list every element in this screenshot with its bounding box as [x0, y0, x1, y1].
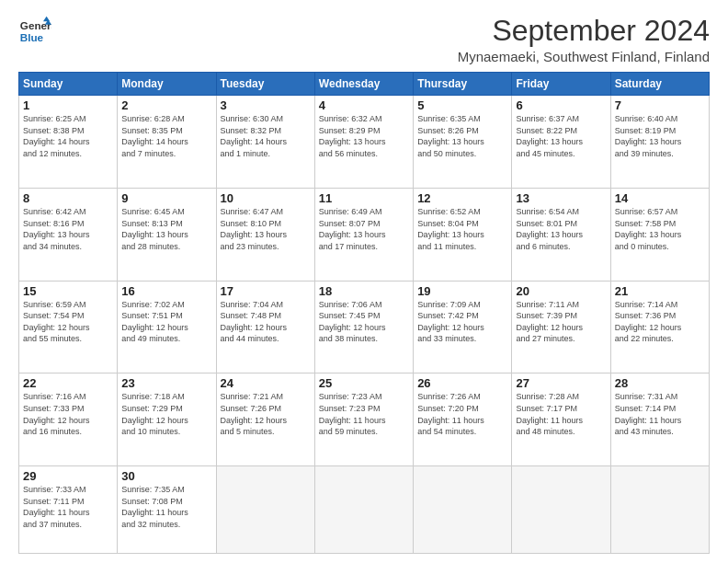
day-number: 15 — [23, 284, 113, 298]
day-number: 23 — [121, 376, 211, 390]
calendar-week-row: 1Sunrise: 6:25 AM Sunset: 8:38 PM Daylig… — [19, 96, 710, 189]
day-info: Sunrise: 7:28 AM Sunset: 7:17 PM Dayligh… — [516, 391, 606, 437]
table-row: 14Sunrise: 6:57 AM Sunset: 7:58 PM Dayli… — [610, 188, 709, 281]
day-info: Sunrise: 6:45 AM Sunset: 8:13 PM Dayligh… — [121, 206, 211, 252]
table-row — [216, 466, 314, 554]
table-row: 13Sunrise: 6:54 AM Sunset: 8:01 PM Dayli… — [512, 188, 610, 281]
day-number: 21 — [615, 284, 705, 298]
col-friday: Friday — [512, 73, 610, 96]
table-row: 6Sunrise: 6:37 AM Sunset: 8:22 PM Daylig… — [512, 96, 610, 189]
day-number: 6 — [516, 98, 606, 112]
day-info: Sunrise: 7:02 AM Sunset: 7:51 PM Dayligh… — [121, 299, 211, 345]
day-number: 9 — [121, 191, 211, 205]
page: General Blue September 2024 Mynaemaeki, … — [0, 0, 728, 563]
logo-icon: General Blue — [18, 15, 51, 48]
day-number: 16 — [121, 284, 211, 298]
calendar-week-row: 22Sunrise: 7:16 AM Sunset: 7:33 PM Dayli… — [19, 373, 710, 466]
day-number: 24 — [221, 376, 311, 390]
day-info: Sunrise: 7:04 AM Sunset: 7:48 PM Dayligh… — [221, 299, 311, 345]
day-number: 27 — [516, 376, 606, 390]
table-row: 21Sunrise: 7:14 AM Sunset: 7:36 PM Dayli… — [610, 281, 709, 373]
table-row — [314, 466, 413, 554]
day-info: Sunrise: 6:52 AM Sunset: 8:04 PM Dayligh… — [417, 206, 507, 252]
col-monday: Monday — [118, 73, 216, 96]
day-number: 19 — [417, 284, 507, 298]
table-row — [610, 466, 709, 554]
day-info: Sunrise: 6:49 AM Sunset: 8:07 PM Dayligh… — [319, 206, 409, 252]
day-number: 10 — [221, 191, 311, 205]
table-row: 30Sunrise: 7:35 AM Sunset: 7:08 PM Dayli… — [118, 466, 216, 554]
day-number: 25 — [319, 376, 409, 390]
day-number: 17 — [221, 284, 311, 298]
table-row: 11Sunrise: 6:49 AM Sunset: 8:07 PM Dayli… — [314, 188, 413, 281]
table-row: 18Sunrise: 7:06 AM Sunset: 7:45 PM Dayli… — [314, 281, 413, 373]
col-saturday: Saturday — [610, 73, 709, 96]
table-row: 3Sunrise: 6:30 AM Sunset: 8:32 PM Daylig… — [216, 96, 314, 189]
day-number: 3 — [221, 98, 311, 112]
day-info: Sunrise: 6:32 AM Sunset: 8:29 PM Dayligh… — [319, 113, 409, 159]
day-info: Sunrise: 6:47 AM Sunset: 8:10 PM Dayligh… — [221, 206, 311, 252]
day-number: 4 — [319, 98, 409, 112]
day-number: 2 — [121, 98, 211, 112]
day-info: Sunrise: 7:16 AM Sunset: 7:33 PM Dayligh… — [23, 391, 113, 437]
calendar-table: Sunday Monday Tuesday Wednesday Thursday… — [18, 72, 710, 554]
table-row: 25Sunrise: 7:23 AM Sunset: 7:23 PM Dayli… — [314, 373, 413, 466]
col-tuesday: Tuesday — [216, 73, 314, 96]
day-info: Sunrise: 7:06 AM Sunset: 7:45 PM Dayligh… — [319, 299, 409, 345]
day-info: Sunrise: 6:37 AM Sunset: 8:22 PM Dayligh… — [516, 113, 606, 159]
day-number: 30 — [121, 469, 211, 483]
day-info: Sunrise: 6:40 AM Sunset: 8:19 PM Dayligh… — [615, 113, 705, 159]
day-number: 13 — [516, 191, 606, 205]
day-number: 11 — [319, 191, 409, 205]
col-thursday: Thursday — [414, 73, 512, 96]
main-title: September 2024 — [458, 15, 710, 47]
logo: General Blue — [18, 15, 51, 48]
table-row: 7Sunrise: 6:40 AM Sunset: 8:19 PM Daylig… — [610, 96, 709, 189]
day-info: Sunrise: 7:33 AM Sunset: 7:11 PM Dayligh… — [23, 484, 113, 530]
subtitle: Mynaemaeki, Southwest Finland, Finland — [458, 49, 710, 64]
table-row: 5Sunrise: 6:35 AM Sunset: 8:26 PM Daylig… — [414, 96, 512, 189]
col-sunday: Sunday — [19, 73, 118, 96]
day-info: Sunrise: 6:59 AM Sunset: 7:54 PM Dayligh… — [23, 299, 113, 345]
table-row: 1Sunrise: 6:25 AM Sunset: 8:38 PM Daylig… — [19, 96, 118, 189]
table-row: 4Sunrise: 6:32 AM Sunset: 8:29 PM Daylig… — [314, 96, 413, 189]
table-row: 22Sunrise: 7:16 AM Sunset: 7:33 PM Dayli… — [19, 373, 118, 466]
table-row: 2Sunrise: 6:28 AM Sunset: 8:35 PM Daylig… — [118, 96, 216, 189]
calendar-week-row: 15Sunrise: 6:59 AM Sunset: 7:54 PM Dayli… — [19, 281, 710, 373]
day-number: 5 — [417, 98, 507, 112]
day-info: Sunrise: 7:18 AM Sunset: 7:29 PM Dayligh… — [121, 391, 211, 437]
table-row: 24Sunrise: 7:21 AM Sunset: 7:26 PM Dayli… — [216, 373, 314, 466]
table-row — [512, 466, 610, 554]
table-row: 28Sunrise: 7:31 AM Sunset: 7:14 PM Dayli… — [610, 373, 709, 466]
day-info: Sunrise: 6:54 AM Sunset: 8:01 PM Dayligh… — [516, 206, 606, 252]
table-row: 19Sunrise: 7:09 AM Sunset: 7:42 PM Dayli… — [414, 281, 512, 373]
day-info: Sunrise: 7:21 AM Sunset: 7:26 PM Dayligh… — [221, 391, 311, 437]
day-info: Sunrise: 7:11 AM Sunset: 7:39 PM Dayligh… — [516, 299, 606, 345]
day-info: Sunrise: 6:57 AM Sunset: 7:58 PM Dayligh… — [615, 206, 705, 252]
day-number: 7 — [615, 98, 705, 112]
table-row: 15Sunrise: 6:59 AM Sunset: 7:54 PM Dayli… — [19, 281, 118, 373]
table-row: 16Sunrise: 7:02 AM Sunset: 7:51 PM Dayli… — [118, 281, 216, 373]
day-number: 28 — [615, 376, 705, 390]
day-number: 18 — [319, 284, 409, 298]
calendar-week-row: 8Sunrise: 6:42 AM Sunset: 8:16 PM Daylig… — [19, 188, 710, 281]
day-number: 12 — [417, 191, 507, 205]
day-number: 1 — [23, 98, 113, 112]
svg-text:Blue: Blue — [20, 31, 44, 43]
day-number: 22 — [23, 376, 113, 390]
day-number: 14 — [615, 191, 705, 205]
day-number: 8 — [23, 191, 113, 205]
day-info: Sunrise: 6:30 AM Sunset: 8:32 PM Dayligh… — [221, 113, 311, 159]
table-row: 10Sunrise: 6:47 AM Sunset: 8:10 PM Dayli… — [216, 188, 314, 281]
day-number: 29 — [23, 469, 113, 483]
table-row — [414, 466, 512, 554]
calendar-week-row: 29Sunrise: 7:33 AM Sunset: 7:11 PM Dayli… — [19, 466, 710, 554]
calendar-header-row: Sunday Monday Tuesday Wednesday Thursday… — [19, 73, 710, 96]
day-info: Sunrise: 6:25 AM Sunset: 8:38 PM Dayligh… — [23, 113, 113, 159]
table-row: 20Sunrise: 7:11 AM Sunset: 7:39 PM Dayli… — [512, 281, 610, 373]
table-row: 9Sunrise: 6:45 AM Sunset: 8:13 PM Daylig… — [118, 188, 216, 281]
header: General Blue September 2024 Mynaemaeki, … — [18, 15, 710, 64]
day-info: Sunrise: 7:31 AM Sunset: 7:14 PM Dayligh… — [615, 391, 705, 437]
day-info: Sunrise: 7:35 AM Sunset: 7:08 PM Dayligh… — [121, 484, 211, 530]
day-number: 26 — [417, 376, 507, 390]
